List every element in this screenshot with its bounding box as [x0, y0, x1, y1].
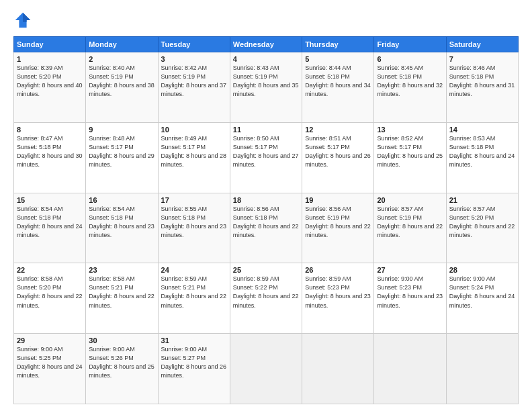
calendar-week-row: 8Sunrise: 8:47 AMSunset: 5:18 PMDaylight…	[14, 122, 519, 193]
calendar-cell: 1Sunrise: 8:39 AMSunset: 5:20 PMDaylight…	[14, 52, 86, 123]
day-number: 22	[17, 266, 83, 274]
day-info: Sunrise: 9:00 AMSunset: 5:27 PMDaylight:…	[161, 345, 227, 380]
day-number: 20	[377, 196, 443, 204]
day-number: 25	[233, 266, 299, 274]
header	[13, 11, 519, 30]
calendar-cell: 21Sunrise: 8:57 AMSunset: 5:20 PMDayligh…	[446, 193, 518, 263]
day-info: Sunrise: 8:46 AMSunset: 5:18 PMDaylight:…	[449, 64, 515, 99]
calendar-cell: 13Sunrise: 8:52 AMSunset: 5:17 PMDayligh…	[374, 122, 446, 193]
calendar-cell: 14Sunrise: 8:53 AMSunset: 5:18 PMDayligh…	[446, 122, 518, 193]
calendar-cell: 18Sunrise: 8:56 AMSunset: 5:18 PMDayligh…	[230, 193, 302, 263]
day-number: 28	[449, 266, 515, 274]
day-number: 16	[89, 196, 154, 204]
day-info: Sunrise: 8:40 AMSunset: 5:19 PMDaylight:…	[89, 64, 154, 99]
calendar-cell: 5Sunrise: 8:44 AMSunset: 5:18 PMDaylight…	[302, 52, 374, 123]
day-info: Sunrise: 9:00 AMSunset: 5:25 PMDaylight:…	[17, 345, 83, 380]
calendar-cell: 23Sunrise: 8:58 AMSunset: 5:21 PMDayligh…	[86, 263, 158, 334]
day-number: 30	[89, 336, 154, 345]
calendar-header-row: Sunday Monday Tuesday Wednesday Thursday…	[14, 37, 519, 52]
day-number: 15	[17, 196, 83, 204]
calendar-cell: 26Sunrise: 8:59 AMSunset: 5:23 PMDayligh…	[302, 263, 374, 334]
day-info: Sunrise: 9:00 AMSunset: 5:26 PMDaylight:…	[89, 345, 154, 380]
day-number: 10	[161, 126, 227, 134]
calendar-cell: 20Sunrise: 8:57 AMSunset: 5:19 PMDayligh…	[374, 193, 446, 263]
calendar-cell: 17Sunrise: 8:55 AMSunset: 5:18 PMDayligh…	[158, 193, 230, 263]
calendar-cell: 15Sunrise: 8:54 AMSunset: 5:18 PMDayligh…	[14, 193, 86, 263]
day-number: 27	[377, 266, 443, 274]
day-info: Sunrise: 8:43 AMSunset: 5:19 PMDaylight:…	[233, 64, 299, 99]
day-info: Sunrise: 8:53 AMSunset: 5:18 PMDaylight:…	[449, 134, 515, 169]
day-info: Sunrise: 8:59 AMSunset: 5:21 PMDaylight:…	[161, 275, 227, 310]
col-saturday: Saturday	[446, 37, 518, 52]
calendar-cell	[302, 334, 374, 404]
day-number: 13	[377, 126, 443, 134]
day-info: Sunrise: 8:57 AMSunset: 5:20 PMDaylight:…	[449, 205, 515, 240]
day-number: 14	[449, 126, 515, 134]
day-info: Sunrise: 8:55 AMSunset: 5:18 PMDaylight:…	[161, 205, 227, 240]
day-info: Sunrise: 8:42 AMSunset: 5:19 PMDaylight:…	[161, 64, 227, 99]
calendar-cell: 6Sunrise: 8:45 AMSunset: 5:18 PMDaylight…	[374, 52, 446, 123]
day-info: Sunrise: 8:39 AMSunset: 5:20 PMDaylight:…	[17, 64, 83, 99]
day-number: 2	[89, 55, 154, 63]
calendar-cell: 30Sunrise: 9:00 AMSunset: 5:26 PMDayligh…	[86, 334, 158, 404]
col-wednesday: Wednesday	[230, 37, 302, 52]
calendar-cell: 2Sunrise: 8:40 AMSunset: 5:19 PMDaylight…	[86, 52, 158, 123]
calendar-week-row: 29Sunrise: 9:00 AMSunset: 5:25 PMDayligh…	[14, 334, 519, 404]
calendar-cell: 4Sunrise: 8:43 AMSunset: 5:19 PMDaylight…	[230, 52, 302, 123]
day-info: Sunrise: 8:51 AMSunset: 5:17 PMDaylight:…	[305, 134, 371, 169]
day-info: Sunrise: 8:56 AMSunset: 5:18 PMDaylight:…	[233, 205, 299, 240]
day-number: 3	[161, 55, 227, 63]
day-info: Sunrise: 8:49 AMSunset: 5:17 PMDaylight:…	[161, 134, 227, 169]
day-number: 23	[89, 266, 154, 274]
day-info: Sunrise: 9:00 AMSunset: 5:24 PMDaylight:…	[449, 275, 515, 310]
calendar-cell	[374, 334, 446, 404]
day-number: 6	[377, 55, 443, 63]
calendar-cell: 9Sunrise: 8:48 AMSunset: 5:17 PMDaylight…	[86, 122, 158, 193]
day-number: 21	[449, 196, 515, 204]
col-monday: Monday	[86, 37, 158, 52]
calendar-table: Sunday Monday Tuesday Wednesday Thursday…	[13, 36, 519, 404]
day-info: Sunrise: 8:59 AMSunset: 5:22 PMDaylight:…	[233, 275, 299, 310]
logo	[13, 11, 35, 30]
page: Sunday Monday Tuesday Wednesday Thursday…	[0, 0, 532, 411]
calendar-cell: 28Sunrise: 9:00 AMSunset: 5:24 PMDayligh…	[446, 263, 518, 334]
day-info: Sunrise: 8:58 AMSunset: 5:20 PMDaylight:…	[17, 275, 83, 310]
calendar-cell: 25Sunrise: 8:59 AMSunset: 5:22 PMDayligh…	[230, 263, 302, 334]
day-info: Sunrise: 8:48 AMSunset: 5:17 PMDaylight:…	[89, 134, 154, 169]
day-number: 8	[17, 126, 83, 134]
col-sunday: Sunday	[14, 37, 86, 52]
day-number: 17	[161, 196, 227, 204]
day-number: 29	[17, 336, 83, 345]
calendar-cell	[446, 334, 518, 404]
calendar-cell	[230, 334, 302, 404]
day-info: Sunrise: 9:00 AMSunset: 5:23 PMDaylight:…	[377, 275, 443, 310]
day-number: 4	[233, 55, 299, 63]
calendar-cell: 24Sunrise: 8:59 AMSunset: 5:21 PMDayligh…	[158, 263, 230, 334]
day-info: Sunrise: 8:45 AMSunset: 5:18 PMDaylight:…	[377, 64, 443, 99]
calendar-week-row: 22Sunrise: 8:58 AMSunset: 5:20 PMDayligh…	[14, 263, 519, 334]
day-info: Sunrise: 8:57 AMSunset: 5:19 PMDaylight:…	[377, 205, 443, 240]
calendar-cell: 19Sunrise: 8:56 AMSunset: 5:19 PMDayligh…	[302, 193, 374, 263]
calendar-cell: 8Sunrise: 8:47 AMSunset: 5:18 PMDaylight…	[14, 122, 86, 193]
day-number: 12	[305, 126, 371, 134]
col-tuesday: Tuesday	[158, 37, 230, 52]
day-info: Sunrise: 8:58 AMSunset: 5:21 PMDaylight:…	[89, 275, 154, 310]
day-number: 5	[305, 55, 371, 63]
calendar-cell: 16Sunrise: 8:54 AMSunset: 5:18 PMDayligh…	[86, 193, 158, 263]
day-info: Sunrise: 8:50 AMSunset: 5:17 PMDaylight:…	[233, 134, 299, 169]
calendar-cell: 11Sunrise: 8:50 AMSunset: 5:17 PMDayligh…	[230, 122, 302, 193]
day-info: Sunrise: 8:54 AMSunset: 5:18 PMDaylight:…	[89, 205, 154, 240]
day-info: Sunrise: 8:52 AMSunset: 5:17 PMDaylight:…	[377, 134, 443, 169]
col-friday: Friday	[374, 37, 446, 52]
day-number: 26	[305, 266, 371, 274]
day-info: Sunrise: 8:44 AMSunset: 5:18 PMDaylight:…	[305, 64, 371, 99]
calendar-cell: 10Sunrise: 8:49 AMSunset: 5:17 PMDayligh…	[158, 122, 230, 193]
logo-icon	[13, 11, 32, 30]
day-number: 19	[305, 196, 371, 204]
day-number: 7	[449, 55, 515, 63]
calendar-cell: 3Sunrise: 8:42 AMSunset: 5:19 PMDaylight…	[158, 52, 230, 123]
calendar-cell: 22Sunrise: 8:58 AMSunset: 5:20 PMDayligh…	[14, 263, 86, 334]
calendar-cell: 29Sunrise: 9:00 AMSunset: 5:25 PMDayligh…	[14, 334, 86, 404]
calendar-cell: 12Sunrise: 8:51 AMSunset: 5:17 PMDayligh…	[302, 122, 374, 193]
day-number: 9	[89, 126, 154, 134]
